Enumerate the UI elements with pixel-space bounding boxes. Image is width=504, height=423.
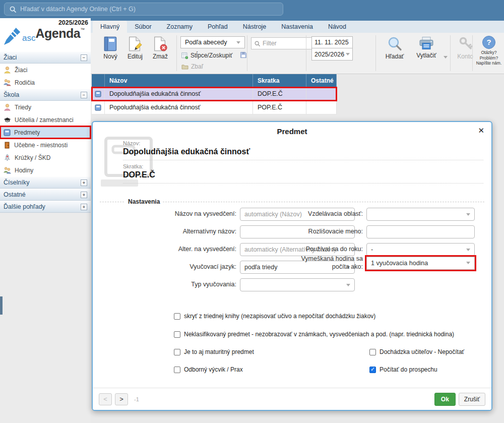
vzdelavacia-oblast-select[interactable] [366,208,475,221]
new-label: Nový [103,53,117,60]
search-label: Hľadať [386,53,404,60]
sidebar-item-kruzky[interactable]: Krúžky / ŠKD [0,151,91,164]
checkbox-label: Je to aj maturitný predmet [184,348,254,355]
row-icon-cell [92,101,105,114]
global-search[interactable] [4,3,283,16]
print-dropdown-icon[interactable] [444,56,448,58]
sidebar-item-label: Rodičia [15,79,35,86]
sidebar-item-ucitelia[interactable]: Učitelia / zamestnanci [0,113,91,126]
asc-agenda-logo: ascAgenda™ [3,26,85,46]
pouzival-do-roku-select[interactable]: - [366,243,475,256]
collapse-rows-label: Zbaľ [191,63,203,70]
checkbox-label: Odborný výcvik / Prax [184,366,243,373]
checkbox-checked-icon[interactable] [369,367,376,373]
table-row[interactable]: Popoludňajšia edukačná činnosť POP.E.Č [92,101,337,114]
vymeskana-hodina-select[interactable]: 1 vyučovacia hodina [366,257,475,270]
close-icon[interactable]: ✕ [478,126,484,135]
sidebar-item-label: Učitelia / zamestnanci [15,116,74,124]
tab-nastavenia[interactable]: Nastavenia [274,21,321,33]
field-label: Názov na vysvedčení: [103,210,240,218]
tab-pohlad[interactable]: Pohľad [200,21,235,33]
form-row-do-roku: Používal sa do roku: - [291,243,475,256]
global-search-input[interactable] [20,6,278,13]
expand-icon[interactable]: + [81,204,87,210]
table-row[interactable]: Dopoludňajšia edukačná činnosť DOP.E.Č [92,87,337,101]
cancel-button[interactable]: Zrušiť [459,393,485,406]
checkbox-prospech[interactable]: Počítať do prospechu [369,366,437,373]
checkbox-odborny[interactable]: Odborný výcvik / Prax [174,366,243,373]
save-layout-icon[interactable] [240,51,247,58]
nazov-value[interactable]: Dopoludňajšia edukačná činnosť [123,147,483,156]
checkbox-icon[interactable] [174,331,180,338]
typ-vyucovania-select[interactable] [240,278,355,291]
toolbar-separator [450,35,451,71]
cell-ostatne [306,101,337,114]
sidebar-item-triedy[interactable]: Triedy [0,101,91,113]
checkbox-maturitny[interactable]: Je to aj maturitný predmet [174,348,254,355]
sidebar-section-skola[interactable]: Škola − [0,89,91,101]
sidebar-section-ciselniky[interactable]: Číselníky + [0,176,91,189]
help-line3: Napíšte nám. [475,61,503,66]
edit-button[interactable]: Edituj [122,36,148,60]
sidebar-section-ziaci[interactable]: Žiaci − [0,51,91,64]
ok-button[interactable]: Ok [434,393,456,406]
checkbox-icon[interactable] [174,313,180,320]
tab-nastroje[interactable]: Nástroje [235,21,274,33]
sidebar: 2025/2026 ascAgenda™ Žiaci − Žiaci [0,18,91,423]
sidebar-item-ziaci[interactable]: Žiaci [0,64,91,76]
rocket-icon [4,154,11,161]
rozlisovacie-meno-input[interactable] [366,225,475,238]
date-field[interactable]: 11. 11. 2025 [311,36,353,48]
checkbox-label: Počítať do prospechu [380,366,437,373]
columns-group-button[interactable]: Stĺpce/Zoskupiť [181,52,232,59]
skratka-label: Skratka: [123,163,483,169]
tab-subor[interactable]: Súbor [127,21,159,33]
expand-icon[interactable]: + [81,179,87,186]
collapse-rows-button[interactable]: Zbaľ [181,63,203,70]
sidebar-scroll-indicator[interactable] [0,296,3,315]
field-label: Vymeškaná hodina sa počíta ako: [291,255,366,271]
search-button[interactable]: Hľadať [381,36,409,60]
tab-navod[interactable]: Návod [321,21,354,33]
checkbox-icon[interactable] [174,349,180,355]
columns-icon [181,52,188,59]
select-value: podľa triedy [244,264,278,271]
checkbox-neklasifikovany[interactable]: Neklasifikovaný predmet - nezobrazovať v… [174,331,454,338]
dialog-title: Predmet [93,127,491,136]
collapse-icon[interactable]: − [81,92,87,98]
new-button[interactable]: Nový [98,36,123,60]
skratka-value[interactable]: DOP.E.Č [123,170,483,179]
tab-hlavny[interactable]: Hlavný [93,21,127,33]
collapse-icon[interactable]: − [81,54,87,61]
cell-ostatne [306,87,337,101]
year-select[interactable]: 2025/2026 [311,48,353,61]
table-header-row: Názov Skratka Ostatné - [92,74,337,87]
parents-icon [4,79,11,86]
sidebar-item-rodicia[interactable]: Rodičia [0,76,91,89]
checkbox-icon[interactable] [174,367,180,373]
sidebar-section-ostatne[interactable]: Ostatné + [0,189,91,201]
tab-zoznamy[interactable]: Zoznamy [159,21,200,33]
sidebar-item-hodiny[interactable]: Hodiny [0,164,91,176]
delete-button[interactable]: Zmaž [148,36,173,60]
toolbar-separator [472,35,473,71]
toolbar-separator [247,35,247,71]
checkbox-skryt[interactable]: skryť z triednej knihy (nezapisovať učiv… [174,313,375,320]
sidebar-item-ucebne[interactable]: Učebne - miestnosti [0,139,91,151]
account-button[interactable]: Konto [453,36,478,60]
help-button[interactable]: ? Otázky? Problém? Napíšte nám. [475,36,503,66]
sidebar-item-predmety[interactable]: Predmety [0,126,91,139]
section-label: Ďalšie pohľady [4,203,45,210]
print-button[interactable]: Vytlačiť [410,36,443,59]
print-label: Vytlačiť [416,52,436,59]
section-label: Ostatné [4,191,26,198]
record-counter: -1 [134,396,139,402]
prev-record-button[interactable]: < [99,393,112,405]
expand-icon[interactable]: + [81,192,87,198]
sort-select[interactable]: Podľa abecedy [180,36,245,48]
help-line1: Otázky? [475,50,503,55]
checkbox-dochadzka[interactable]: Dochádzka učiteľov - Nepočítať [369,348,464,355]
sidebar-section-dalsie-pohlady[interactable]: Ďalšie pohľady + [0,201,91,213]
next-record-button[interactable]: > [115,393,128,405]
checkbox-icon[interactable] [369,349,376,355]
